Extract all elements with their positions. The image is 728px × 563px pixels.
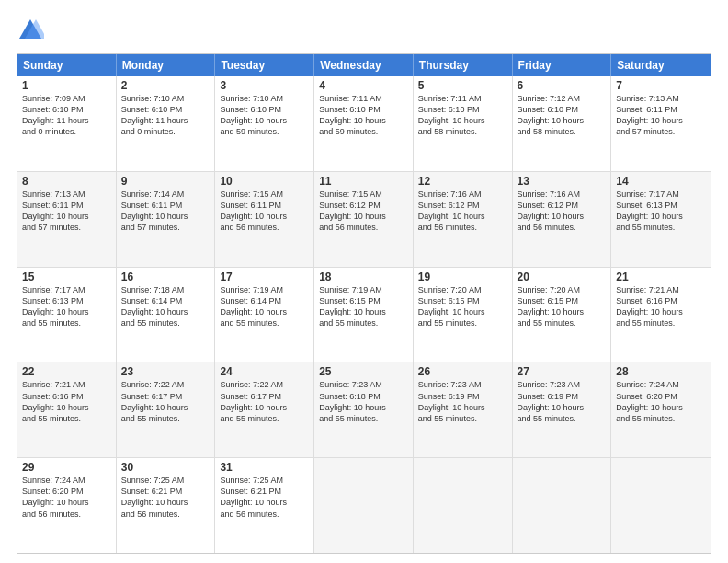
- header-day-thursday: Thursday: [414, 54, 513, 76]
- cal-cell: 7Sunrise: 7:13 AMSunset: 6:11 PMDaylight…: [611, 76, 711, 171]
- cal-cell: [414, 458, 513, 553]
- cell-info: Sunrise: 7:23 AMSunset: 6:18 PMDaylight:…: [319, 379, 408, 424]
- cal-cell: 21Sunrise: 7:21 AMSunset: 6:16 PMDayligh…: [611, 268, 711, 362]
- cal-cell: 6Sunrise: 7:12 AMSunset: 6:10 PMDaylight…: [513, 76, 612, 171]
- day-number: 12: [418, 175, 507, 188]
- cal-cell: 29Sunrise: 7:24 AMSunset: 6:20 PMDayligh…: [17, 458, 117, 553]
- day-number: 26: [418, 365, 507, 378]
- cell-info: Sunrise: 7:15 AMSunset: 6:12 PMDaylight:…: [319, 189, 408, 234]
- cell-info: Sunrise: 7:19 AMSunset: 6:15 PMDaylight:…: [319, 284, 408, 329]
- calendar-header: SundayMondayTuesdayWednesdayThursdayFrid…: [17, 54, 711, 76]
- day-number: 15: [22, 270, 111, 283]
- header: [17, 17, 711, 44]
- cal-cell: [611, 458, 711, 553]
- day-number: 6: [518, 79, 607, 92]
- cal-cell: 24Sunrise: 7:22 AMSunset: 6:17 PMDayligh…: [215, 362, 314, 457]
- cal-cell: 28Sunrise: 7:24 AMSunset: 6:20 PMDayligh…: [611, 362, 711, 457]
- cal-cell: 15Sunrise: 7:17 AMSunset: 6:13 PMDayligh…: [17, 268, 117, 362]
- cell-info: Sunrise: 7:10 AMSunset: 6:10 PMDaylight:…: [220, 93, 309, 138]
- cal-cell: 3Sunrise: 7:10 AMSunset: 6:10 PMDaylight…: [215, 76, 314, 171]
- day-number: 2: [121, 79, 210, 92]
- cell-info: Sunrise: 7:14 AMSunset: 6:11 PMDaylight:…: [121, 189, 210, 234]
- cell-info: Sunrise: 7:22 AMSunset: 6:17 PMDaylight:…: [220, 379, 309, 424]
- header-day-saturday: Saturday: [611, 54, 711, 76]
- cell-info: Sunrise: 7:23 AMSunset: 6:19 PMDaylight:…: [418, 379, 507, 424]
- cal-cell: 31Sunrise: 7:25 AMSunset: 6:21 PMDayligh…: [215, 458, 314, 553]
- cell-info: Sunrise: 7:17 AMSunset: 6:13 PMDaylight:…: [22, 284, 111, 329]
- cal-cell: [513, 458, 612, 553]
- day-number: 23: [121, 365, 210, 378]
- cal-cell: 16Sunrise: 7:18 AMSunset: 6:14 PMDayligh…: [117, 268, 216, 362]
- day-number: 4: [319, 79, 408, 92]
- header-day-monday: Monday: [117, 54, 216, 76]
- cal-cell: 14Sunrise: 7:17 AMSunset: 6:13 PMDayligh…: [611, 172, 711, 267]
- cal-cell: 27Sunrise: 7:23 AMSunset: 6:19 PMDayligh…: [513, 362, 612, 457]
- cal-cell: 25Sunrise: 7:23 AMSunset: 6:18 PMDayligh…: [314, 362, 414, 457]
- cell-info: Sunrise: 7:16 AMSunset: 6:12 PMDaylight:…: [418, 189, 507, 234]
- cell-info: Sunrise: 7:25 AMSunset: 6:21 PMDaylight:…: [220, 475, 309, 520]
- cal-cell: 4Sunrise: 7:11 AMSunset: 6:10 PMDaylight…: [314, 76, 414, 171]
- cal-cell: 5Sunrise: 7:11 AMSunset: 6:10 PMDaylight…: [414, 76, 513, 171]
- cal-cell: 1Sunrise: 7:09 AMSunset: 6:10 PMDaylight…: [17, 76, 117, 171]
- logo-icon: [17, 17, 44, 44]
- day-number: 3: [220, 79, 309, 92]
- day-number: 14: [616, 175, 706, 188]
- day-number: 8: [22, 175, 111, 188]
- cal-row-1: 1Sunrise: 7:09 AMSunset: 6:10 PMDaylight…: [17, 76, 711, 171]
- cal-row-4: 22Sunrise: 7:21 AMSunset: 6:16 PMDayligh…: [17, 362, 711, 457]
- cal-cell: 11Sunrise: 7:15 AMSunset: 6:12 PMDayligh…: [314, 172, 414, 267]
- day-number: 24: [220, 365, 309, 378]
- cell-info: Sunrise: 7:15 AMSunset: 6:11 PMDaylight:…: [220, 189, 309, 234]
- day-number: 1: [22, 79, 111, 92]
- cell-info: Sunrise: 7:24 AMSunset: 6:20 PMDaylight:…: [616, 379, 706, 424]
- cal-cell: 30Sunrise: 7:25 AMSunset: 6:21 PMDayligh…: [117, 458, 216, 553]
- cell-info: Sunrise: 7:09 AMSunset: 6:10 PMDaylight:…: [22, 93, 111, 138]
- cal-cell: [314, 458, 414, 553]
- day-number: 25: [319, 365, 408, 378]
- day-number: 20: [518, 270, 607, 283]
- cal-cell: 22Sunrise: 7:21 AMSunset: 6:16 PMDayligh…: [17, 362, 117, 457]
- cal-cell: 26Sunrise: 7:23 AMSunset: 6:19 PMDayligh…: [414, 362, 513, 457]
- logo: [17, 17, 48, 44]
- day-number: 13: [518, 175, 607, 188]
- day-number: 7: [616, 79, 706, 92]
- cal-cell: 9Sunrise: 7:14 AMSunset: 6:11 PMDaylight…: [117, 172, 216, 267]
- cell-info: Sunrise: 7:24 AMSunset: 6:20 PMDaylight:…: [22, 475, 111, 520]
- cal-cell: 10Sunrise: 7:15 AMSunset: 6:11 PMDayligh…: [215, 172, 314, 267]
- cal-cell: 13Sunrise: 7:16 AMSunset: 6:12 PMDayligh…: [513, 172, 612, 267]
- day-number: 28: [616, 365, 706, 378]
- day-number: 9: [121, 175, 210, 188]
- header-day-tuesday: Tuesday: [215, 54, 314, 76]
- cal-cell: 18Sunrise: 7:19 AMSunset: 6:15 PMDayligh…: [314, 268, 414, 362]
- cal-row-5: 29Sunrise: 7:24 AMSunset: 6:20 PMDayligh…: [17, 457, 711, 553]
- day-number: 19: [418, 270, 507, 283]
- calendar-body: 1Sunrise: 7:09 AMSunset: 6:10 PMDaylight…: [17, 76, 711, 553]
- cal-cell: 17Sunrise: 7:19 AMSunset: 6:14 PMDayligh…: [215, 268, 314, 362]
- cal-cell: 12Sunrise: 7:16 AMSunset: 6:12 PMDayligh…: [414, 172, 513, 267]
- page: SundayMondayTuesdayWednesdayThursdayFrid…: [0, 0, 728, 563]
- header-day-wednesday: Wednesday: [314, 54, 414, 76]
- cell-info: Sunrise: 7:13 AMSunset: 6:11 PMDaylight:…: [22, 189, 111, 234]
- header-day-sunday: Sunday: [17, 54, 117, 76]
- cell-info: Sunrise: 7:22 AMSunset: 6:17 PMDaylight:…: [121, 379, 210, 424]
- cell-info: Sunrise: 7:20 AMSunset: 6:15 PMDaylight:…: [418, 284, 507, 329]
- cell-info: Sunrise: 7:10 AMSunset: 6:10 PMDaylight:…: [121, 93, 210, 138]
- day-number: 29: [22, 461, 111, 474]
- cal-cell: 2Sunrise: 7:10 AMSunset: 6:10 PMDaylight…: [117, 76, 216, 171]
- day-number: 21: [616, 270, 706, 283]
- cell-info: Sunrise: 7:19 AMSunset: 6:14 PMDaylight:…: [220, 284, 309, 329]
- day-number: 31: [220, 461, 309, 474]
- day-number: 18: [319, 270, 408, 283]
- cell-info: Sunrise: 7:12 AMSunset: 6:10 PMDaylight:…: [518, 93, 607, 138]
- cell-info: Sunrise: 7:23 AMSunset: 6:19 PMDaylight:…: [518, 379, 607, 424]
- cal-row-2: 8Sunrise: 7:13 AMSunset: 6:11 PMDaylight…: [17, 171, 711, 267]
- day-number: 17: [220, 270, 309, 283]
- day-number: 5: [418, 79, 507, 92]
- cell-info: Sunrise: 7:18 AMSunset: 6:14 PMDaylight:…: [121, 284, 210, 329]
- cell-info: Sunrise: 7:16 AMSunset: 6:12 PMDaylight:…: [518, 189, 607, 234]
- header-day-friday: Friday: [513, 54, 612, 76]
- calendar: SundayMondayTuesdayWednesdayThursdayFrid…: [17, 53, 711, 554]
- cell-info: Sunrise: 7:17 AMSunset: 6:13 PMDaylight:…: [616, 189, 706, 234]
- cal-cell: 20Sunrise: 7:20 AMSunset: 6:15 PMDayligh…: [513, 268, 612, 362]
- cell-info: Sunrise: 7:20 AMSunset: 6:15 PMDaylight:…: [518, 284, 607, 329]
